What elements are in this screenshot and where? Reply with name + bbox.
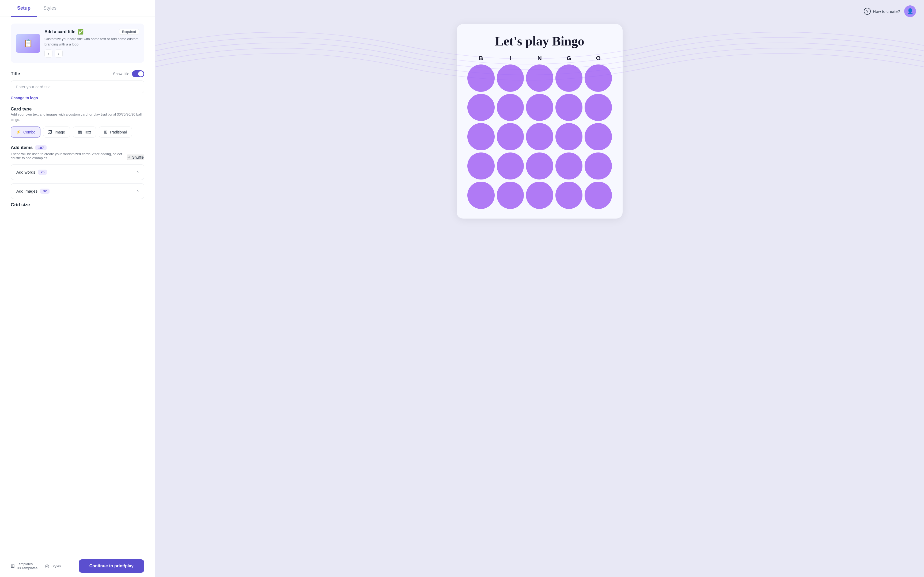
add-items-desc: These will be used to create your random…	[11, 152, 144, 160]
shuffle-button[interactable]: ⇌ Shuffle	[127, 155, 144, 160]
check-icon: ✅	[78, 29, 84, 35]
templates-icon: ⊞	[11, 563, 15, 569]
bingo-card: Let's play Bingo B I N G O	[457, 24, 623, 219]
bingo-cell	[497, 94, 524, 121]
help-button[interactable]: ? How to create?	[864, 8, 900, 15]
text-label: Text	[84, 130, 91, 134]
add-images-row[interactable]: Add images 32 ›	[11, 183, 144, 199]
bottom-bar: ⊞ Templates 88 Templates ◎ Styles Contin…	[0, 555, 155, 577]
words-count-badge: 75	[38, 169, 47, 175]
right-panel: ? How to create? 👤 Let's play Bingo B I …	[155, 0, 924, 577]
text-icon: ▦	[78, 129, 82, 135]
prev-arrow[interactable]: ‹	[44, 50, 52, 58]
styles-icon: ◎	[45, 563, 49, 569]
avatar[interactable]: 👤	[904, 5, 916, 17]
card-type-buttons: ⚡ Combo 🖼 Image ▦ Text ⊞ Traditional	[11, 127, 144, 137]
show-title-toggle[interactable]	[132, 70, 144, 77]
bingo-cell	[497, 64, 524, 92]
shuffle-label: Shuffle	[132, 155, 144, 160]
card-title-input[interactable]	[11, 81, 144, 93]
info-card-image: 📋	[16, 34, 40, 53]
bingo-cell	[467, 64, 495, 92]
image-icon: 🖼	[48, 130, 52, 135]
bingo-cell	[467, 94, 495, 121]
top-bar: ? How to create? 👤	[864, 5, 916, 17]
bingo-header-B: B	[467, 55, 495, 62]
bingo-cell	[526, 64, 553, 92]
combo-label: Combo	[23, 130, 36, 134]
bingo-cell	[556, 94, 583, 121]
card-type-btn-image[interactable]: 🖼 Image	[43, 127, 70, 137]
card-type-btn-traditional[interactable]: ⊞ Traditional	[99, 127, 132, 137]
required-badge: Required	[119, 29, 139, 35]
bingo-cell	[585, 182, 612, 209]
add-words-label: Add words	[16, 170, 36, 174]
tab-styles[interactable]: Styles	[37, 0, 63, 17]
combo-icon: ⚡	[16, 129, 21, 135]
bingo-cell	[467, 153, 495, 180]
bingo-cell	[467, 182, 495, 209]
add-words-row[interactable]: Add words 75 ›	[11, 164, 144, 180]
bingo-cell	[497, 123, 524, 150]
title-section-header: Title Show title	[11, 70, 144, 77]
info-card-nav: ‹ ›	[44, 50, 139, 58]
title-label: Title	[11, 71, 20, 76]
styles-nav-item[interactable]: Styles	[52, 564, 61, 568]
image-label: Image	[55, 130, 65, 134]
info-card: 📋 Add a card title ✅ Required Customize …	[11, 24, 144, 63]
shuffle-icon: ⇌	[128, 155, 131, 160]
traditional-icon: ⊞	[104, 129, 107, 135]
bingo-cell	[556, 64, 583, 92]
chevron-right-icon: ›	[137, 169, 139, 175]
info-card-title-text: Add a card title	[44, 29, 76, 34]
help-icon: ?	[864, 8, 871, 15]
templates-label: Templates	[17, 562, 37, 566]
bingo-cell	[585, 153, 612, 180]
tabs: Setup Styles	[0, 0, 155, 17]
bingo-cell	[526, 182, 553, 209]
help-label: How to create?	[873, 9, 900, 14]
change-to-logo-link[interactable]: Change to logo	[11, 96, 144, 100]
show-title-label: Show title	[113, 72, 129, 76]
card-type-btn-combo[interactable]: ⚡ Combo	[11, 127, 40, 137]
add-items-label: Add items	[11, 145, 33, 150]
bingo-header-O: O	[585, 55, 612, 62]
next-arrow[interactable]: ›	[55, 50, 63, 58]
bingo-cell	[526, 123, 553, 150]
templates-count: 88 Templates	[17, 566, 37, 570]
add-items-header: Add items 107	[11, 145, 144, 150]
bingo-cell	[556, 123, 583, 150]
left-panel: Setup Styles 📋 Add a card title ✅ Requir…	[0, 0, 155, 577]
bingo-cell	[526, 153, 553, 180]
card-type-desc: Add your own text and images with a cust…	[11, 112, 144, 122]
toggle-container: Show title	[113, 70, 144, 77]
bingo-cell	[585, 94, 612, 121]
bingo-cell	[497, 153, 524, 180]
bingo-cell	[526, 94, 553, 121]
images-count-badge: 32	[40, 189, 49, 194]
bingo-header-G: G	[556, 55, 583, 62]
templates-nav-item[interactable]: Templates 88 Templates	[17, 562, 37, 570]
panel-content: 📋 Add a card title ✅ Required Customize …	[0, 17, 155, 555]
bingo-cell	[556, 182, 583, 209]
continue-button[interactable]: Continue to print/play	[79, 559, 144, 573]
info-card-desc: Customize your card title with some text…	[44, 36, 139, 47]
info-card-title: Add a card title ✅ Required	[44, 29, 139, 35]
add-images-label: Add images	[16, 189, 37, 193]
bingo-title: Let's play Bingo	[467, 34, 612, 48]
grid-size-label: Grid size	[11, 202, 144, 208]
bingo-cell	[467, 123, 495, 150]
items-count-badge: 107	[36, 145, 47, 150]
bingo-cell	[585, 123, 612, 150]
add-items-desc-text: These will be used to create your random…	[11, 152, 127, 160]
chevron-right-icon-2: ›	[137, 188, 139, 194]
card-type-btn-text[interactable]: ▦ Text	[73, 127, 96, 137]
bingo-cell	[556, 153, 583, 180]
bingo-cell	[497, 182, 524, 209]
bingo-header-row: B I N G O	[467, 55, 612, 62]
tab-setup[interactable]: Setup	[11, 0, 37, 17]
bottom-bar-left: ⊞ Templates 88 Templates ◎ Styles	[11, 562, 61, 570]
styles-label: Styles	[52, 564, 61, 568]
bingo-grid	[467, 64, 612, 209]
traditional-label: Traditional	[110, 130, 127, 134]
